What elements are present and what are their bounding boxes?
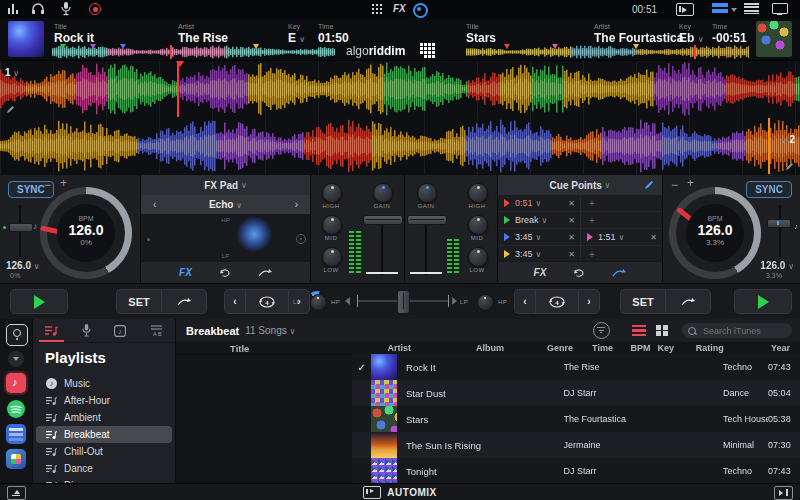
deck-layout-icon[interactable]	[712, 3, 728, 14]
itunes-source-icon-active[interactable]: ♪	[6, 373, 26, 393]
ch1-low-knob[interactable]	[322, 247, 342, 267]
network-icon[interactable]	[413, 3, 428, 18]
deck2-jog-wheel[interactable]: BPM 126.0 3.3%	[669, 187, 761, 279]
cue-edit-pencil-icon[interactable]	[644, 180, 654, 190]
filter-icon[interactable]	[593, 322, 610, 339]
table-row[interactable]: The Sun Is Rising Jermaine Minimal 07:30…	[352, 432, 800, 458]
hardware-source-icon[interactable]	[6, 324, 28, 346]
table-row[interactable]: ✓ Rock It The Rise Techno 07:43 126 E 20…	[352, 354, 800, 380]
deck1-number-label[interactable]: 1 ∨	[5, 67, 19, 78]
sidebar-toggle-icon[interactable]	[7, 486, 26, 500]
table-row[interactable]: Tonight DJ Starr Techno 07:43 2015	[352, 458, 800, 483]
cue-slot-3[interactable]: 3:45∨ ✕	[498, 229, 580, 246]
col-title[interactable]: Title	[224, 343, 388, 354]
playlist-item-music[interactable]: ♪ Music	[36, 375, 172, 392]
deck2-loop-button[interactable]: 4	[535, 289, 578, 314]
spotify-source-icon[interactable]	[7, 400, 25, 418]
deck2-bpm-minus-button[interactable]: −	[671, 178, 678, 192]
ch1-gain-knob[interactable]	[373, 183, 393, 203]
playlist-item[interactable]: Chill-Out	[36, 443, 172, 460]
cue-slot-8-empty[interactable]: +	[581, 246, 662, 262]
ch2-high-knob[interactable]	[468, 183, 488, 203]
col-artist[interactable]: Artist	[388, 343, 476, 353]
list-view-icon-active[interactable]	[632, 325, 646, 336]
col-bpm[interactable]: BPM	[631, 343, 658, 353]
loop-tab-icon[interactable]	[218, 267, 232, 279]
tab-music-library[interactable]: ♪	[114, 325, 126, 337]
deck2-tempo-slider-handle[interactable]	[767, 219, 791, 228]
deck2-note-icon[interactable]: ♪	[794, 222, 798, 231]
automix-toolbar-icon[interactable]	[676, 3, 694, 16]
ch2-mid-knob[interactable]	[468, 215, 488, 235]
deck2-bpm-plus-button[interactable]: +	[687, 176, 694, 190]
deck1-tempo-slider-handle[interactable]	[9, 223, 33, 232]
deck2-number-label[interactable]: ∨ 2	[781, 134, 795, 145]
grid-view-icon[interactable]	[656, 325, 668, 336]
deck1-set-button[interactable]: SET	[116, 289, 161, 314]
deck1-loop-halve-button[interactable]: ‹	[224, 289, 245, 314]
tab-playlists-active[interactable]	[45, 319, 58, 342]
ch1-volume-fader[interactable]	[363, 215, 403, 225]
queue-panel-toggle-icon[interactable]	[774, 486, 793, 500]
crossfader-handle[interactable]	[397, 290, 410, 314]
search-box[interactable]	[682, 323, 792, 338]
deck1-loop-button[interactable]: 4	[245, 289, 288, 314]
deck2-tempo-readout[interactable]: 126.0 ∨	[760, 260, 794, 271]
fx-pad-header[interactable]: FX Pad ∨	[141, 175, 310, 196]
cue-delete-icon[interactable]: ✕	[650, 233, 657, 242]
library-list-icon[interactable]	[744, 3, 759, 14]
deck2-set-button[interactable]: SET	[620, 289, 665, 314]
microphone-icon[interactable]	[61, 2, 71, 16]
deck2-sync-button[interactable]: SYNC	[746, 181, 792, 198]
cue-slot-2[interactable]: Break∨ ✕	[498, 212, 580, 229]
deck1-edit-pencil-icon[interactable]	[6, 105, 15, 114]
deck1-play-button[interactable]	[10, 289, 68, 314]
deck1-filter-knob[interactable]	[307, 291, 327, 311]
col-album[interactable]: Album	[476, 343, 547, 353]
col-key[interactable]: Key	[657, 343, 695, 353]
col-genre[interactable]: Genre	[547, 343, 592, 353]
cue-delete-icon[interactable]: ✕	[568, 233, 575, 242]
deck1-waveform-detail[interactable]	[0, 61, 800, 117]
deck2-jump-button[interactable]	[665, 289, 711, 314]
deck1-bpm-plus-button[interactable]: +	[60, 176, 67, 190]
deck1-jog-wheel[interactable]: BPM 126.0 0%	[40, 187, 132, 279]
crossfader-right-arrow[interactable]	[452, 297, 457, 305]
deck2-play-button[interactable]	[734, 289, 792, 314]
tab-microphone[interactable]	[82, 324, 91, 337]
deck1-tempo-readout[interactable]: 126.0 ∨	[6, 260, 40, 271]
ch2-volume-fader[interactable]	[407, 215, 447, 225]
deck2-time[interactable]: -00:51	[712, 31, 747, 45]
deck2-key[interactable]: Eb ∨	[679, 31, 704, 45]
table-row[interactable]: Star Dust DJ Starr Dance 05:04 128 F 201…	[352, 380, 800, 406]
playlist-item[interactable]: Dance	[36, 460, 172, 477]
table-row[interactable]: Stars The Fourtastica Tech House 05:38 1…	[352, 406, 800, 432]
ch2-low-knob[interactable]	[468, 247, 488, 267]
cue-points-header[interactable]: Cue Points ∨	[498, 175, 662, 196]
fx-effect-name[interactable]: Echo ∨	[156, 199, 294, 210]
col-rating[interactable]: Rating	[696, 343, 746, 353]
cue-delete-icon[interactable]: ✕	[568, 250, 575, 259]
fx-next-button[interactable]: ›	[295, 199, 298, 210]
cue-jump-tab-active-icon[interactable]	[612, 268, 626, 278]
tab-match-queue[interactable]: AB	[150, 325, 163, 337]
levels-icon[interactable]	[8, 4, 19, 14]
song-count[interactable]: 11 Songs ∨	[245, 325, 295, 336]
fx-tab[interactable]: FX	[534, 267, 547, 278]
col-year[interactable]: Year	[746, 343, 800, 353]
layout-chevron-icon[interactable]	[731, 8, 737, 12]
fx-tab-active[interactable]: FX	[179, 267, 192, 278]
videos-source-icon[interactable]	[6, 424, 26, 444]
deck1-note-icon[interactable]: ♪	[33, 222, 37, 231]
playlist-item[interactable]: After-Hour	[36, 392, 172, 409]
cue-delete-icon[interactable]: ✕	[568, 199, 575, 208]
crossfader-left-arrow[interactable]	[345, 297, 350, 305]
photos-source-icon[interactable]	[6, 449, 26, 469]
cue-slot-1[interactable]: 0:51∨ ✕	[498, 195, 580, 212]
deck2-filter-knob[interactable]	[474, 291, 494, 311]
automix-button[interactable]: AUTOMIX	[363, 486, 436, 499]
cue-slot-6-empty[interactable]: +	[581, 212, 662, 229]
fx-xy-pad[interactable]: HP LP	[141, 214, 310, 262]
cue-slot-4[interactable]: 3:45∨ ✕	[498, 246, 580, 262]
playlist-item-breakbeat-selected[interactable]: Breakbeat	[36, 426, 172, 443]
